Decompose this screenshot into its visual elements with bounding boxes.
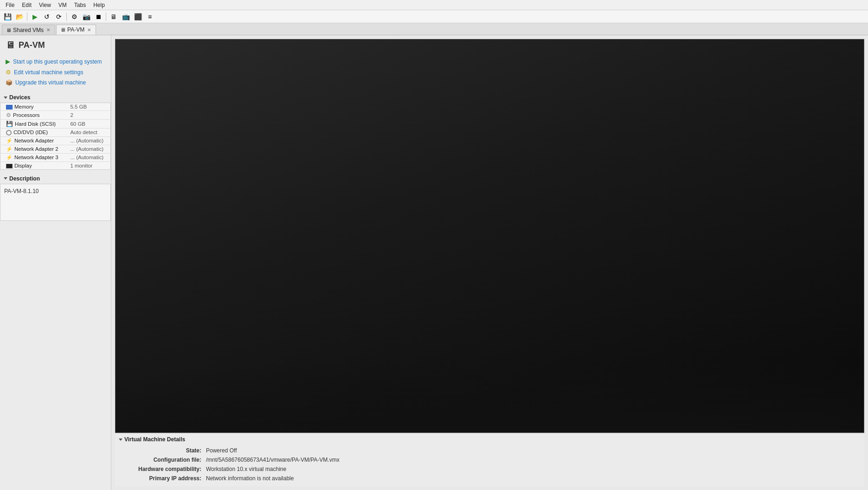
devices-header[interactable]: Devices — [0, 92, 111, 103]
vm-detail-row: Primary IP address: Network information … — [120, 474, 860, 483]
toolbar-separator-2 — [66, 13, 67, 21]
save-icon: 💾 — [4, 13, 12, 20]
description-header[interactable]: Description — [0, 174, 111, 184]
device-icon: ⚡ — [6, 138, 13, 144]
device-icon: 💾 — [6, 121, 13, 127]
vm-preview[interactable] — [115, 39, 864, 433]
start-icon: ▶ — [6, 58, 10, 65]
vm-detail-value: Powered Off — [204, 446, 860, 455]
description-chevron — [4, 177, 7, 180]
open-button[interactable]: 📂 — [14, 12, 25, 22]
replay-icon: ⟳ — [56, 13, 62, 20]
upgrade-link[interactable]: 📦 Upgrade this virtual machine — [4, 78, 107, 87]
tab-shared-vms-close[interactable]: ✕ — [45, 27, 51, 32]
device-row[interactable]: Memory 5.5 GB — [0, 103, 111, 111]
extra-icon: ≡ — [148, 13, 152, 20]
description-text: PA-VM-8.1.10 — [4, 188, 39, 194]
action-links: ▶ Start up this guest operating system ⚙… — [0, 55, 111, 89]
device-row[interactable]: ⚡ Network Adapter 3 ... (Automatic) — [0, 153, 111, 161]
vm-details-chevron — [119, 438, 122, 441]
device-icon — [6, 163, 13, 168]
vm-title-icon: 🖥 — [6, 40, 15, 51]
settings-icon: ⚙ — [71, 13, 77, 20]
device-value: 2 — [68, 111, 110, 120]
device-name: ⚡ Network Adapter 2 — [0, 145, 68, 153]
menu-tabs[interactable]: Tabs — [71, 1, 90, 9]
stop-button[interactable]: ⏹ — [93, 12, 104, 22]
stop-icon: ⏹ — [95, 13, 102, 20]
refresh-button[interactable]: ↺ — [41, 12, 52, 22]
fullscreen-icon: ⬛ — [134, 13, 142, 20]
vm-detail-label: Primary IP address: — [120, 474, 203, 483]
device-name: 💾 Hard Disk (SCSI) — [0, 120, 68, 128]
extra-button[interactable]: ≡ — [144, 12, 155, 22]
device-name: ⚙ Processors — [0, 111, 68, 119]
tab-pa-vm-close[interactable]: ✕ — [86, 27, 92, 32]
vm-detail-row: Configuration file: /mnt/5A58676058673A4… — [120, 456, 860, 464]
edit-label: Edit virtual machine settings — [14, 69, 83, 76]
tab-shared-vms-label: Shared VMs — [13, 27, 44, 33]
device-icon: ⚡ — [6, 155, 13, 161]
vm-details-header: Virtual Machine Details — [119, 436, 861, 443]
tab-shared-vms[interactable]: 🖥 Shared VMs ✕ — [2, 25, 55, 35]
edit-icon: ⚙ — [6, 69, 11, 76]
main-layout: 🖥 PA-VM ▶ Start up this guest operating … — [0, 35, 868, 490]
menu-vm[interactable]: VM — [55, 1, 71, 9]
menubar: File Edit View VM Tabs Help — [0, 0, 868, 10]
device-value: 5.5 GB — [68, 103, 110, 111]
vm-detail-value: /mnt/5A58676058673A41/vmware/PA-VM/PA-VM… — [204, 456, 860, 464]
device-value: Auto detect — [68, 129, 110, 137]
upgrade-icon: 📦 — [6, 79, 13, 86]
device-icon: ⚡ — [6, 146, 13, 152]
settings-button[interactable]: ⚙ — [69, 12, 80, 22]
menu-file[interactable]: File — [2, 1, 18, 9]
menu-edit[interactable]: Edit — [18, 1, 35, 9]
open-icon: 📂 — [16, 13, 24, 20]
vm-details-label: Virtual Machine Details — [124, 436, 185, 443]
content-area: Virtual Machine Details State: Powered O… — [111, 35, 868, 490]
vm-detail-label: Configuration file: — [120, 456, 203, 464]
toolbar-separator-1 — [27, 13, 27, 21]
tabbar: 🖥 Shared VMs ✕ 🖥 PA-VM ✕ — [0, 23, 868, 35]
device-name: Display — [0, 162, 68, 169]
toolbar: 💾 📂 ▶ ↺ ⟳ ⚙ 📷 ⏹ 🖥 📺 ⬛ ≡ — [0, 10, 868, 23]
tab-pa-vm-icon: 🖥 — [60, 27, 65, 32]
device-row[interactable]: 💾 Hard Disk (SCSI) 60 GB — [0, 120, 111, 129]
devices-section: Devices Memory 5.5 GB ⚙ Processors 2 💾 H… — [0, 92, 111, 170]
device-row[interactable]: ⚡ Network Adapter 2 ... (Automatic) — [0, 145, 111, 153]
start-link[interactable]: ▶ Start up this guest operating system — [4, 57, 107, 66]
device-icon: ⚙ — [6, 112, 11, 118]
device-icon — [6, 104, 13, 110]
vm-title-text: PA-VM — [19, 40, 45, 50]
description-label: Description — [9, 175, 40, 182]
edit-link[interactable]: ⚙ Edit virtual machine settings — [4, 68, 107, 77]
vm-title: 🖥 PA-VM — [0, 35, 111, 55]
vm-detail-value: Workstation 10.x virtual machine — [204, 465, 860, 473]
display-button[interactable]: 🖥 — [108, 12, 119, 22]
devices-label: Devices — [9, 94, 30, 101]
snapshot-button[interactable]: 📷 — [81, 12, 92, 22]
device-row[interactable]: CD/DVD (IDE) Auto detect — [0, 129, 111, 137]
left-panel: 🖥 PA-VM ▶ Start up this guest operating … — [0, 35, 111, 490]
tab-pa-vm[interactable]: 🖥 PA-VM ✕ — [56, 25, 96, 35]
device-value: 60 GB — [68, 120, 110, 129]
device-icon — [6, 129, 12, 135]
screen-button[interactable]: 📺 — [120, 12, 131, 22]
tab-pa-vm-label: PA-VM — [67, 26, 84, 33]
device-row[interactable]: ⚡ Network Adapter ... (Automatic) — [0, 136, 111, 145]
start-label: Start up this guest operating system — [13, 58, 102, 65]
play-button[interactable]: ▶ — [29, 12, 40, 22]
device-row[interactable]: Display 1 monitor — [0, 161, 111, 169]
save-button[interactable]: 💾 — [2, 12, 13, 22]
device-value: ... (Automatic) — [68, 153, 110, 161]
tab-shared-vms-icon: 🖥 — [6, 27, 11, 33]
replay-button[interactable]: ⟳ — [53, 12, 64, 22]
menu-view[interactable]: View — [35, 1, 55, 9]
device-value: ... (Automatic) — [68, 136, 110, 145]
description-section: Description PA-VM-8.1.10 — [0, 174, 111, 221]
vm-details-table: State: Powered Off Configuration file: /… — [119, 445, 861, 484]
vm-detail-row: State: Powered Off — [120, 446, 860, 455]
device-row[interactable]: ⚙ Processors 2 — [0, 111, 111, 120]
fullscreen-button[interactable]: ⬛ — [132, 12, 143, 22]
menu-help[interactable]: Help — [90, 1, 109, 9]
